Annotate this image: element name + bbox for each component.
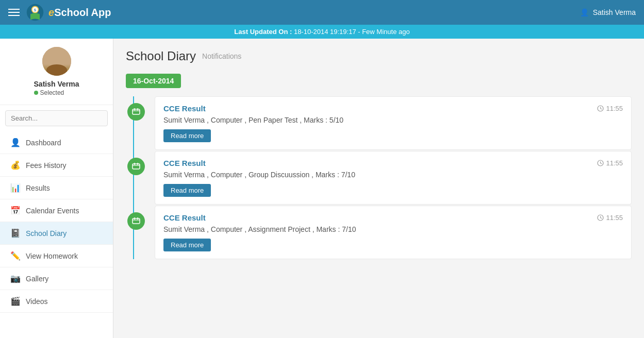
sidebar-item-label: Gallery	[26, 275, 48, 283]
status-dot-icon	[34, 91, 38, 95]
main-content: School Diary Notifications 16-Oct-2014 C…	[113, 39, 644, 338]
sidebar-item-label: Dashboard	[26, 139, 61, 147]
entry-header-2: CCE Result 11:55	[163, 159, 623, 167]
user-section: Satish Verma Selected	[0, 39, 113, 105]
user-icon: 👤	[580, 8, 589, 16]
school-diary-icon: 📓	[10, 228, 20, 238]
header-username: Satish Verma	[593, 8, 636, 16]
search-button[interactable]: 🔍	[103, 111, 108, 126]
calendar-events-icon: 📅	[10, 206, 20, 215]
timeline-item-2: CCE Result 11:55 Sumit Verma , Computer …	[155, 151, 632, 205]
logo-area: S eSchool App	[26, 3, 111, 22]
svg-line-24	[601, 218, 602, 219]
svg-rect-18	[133, 218, 140, 224]
page-header: School Diary Notifications	[126, 49, 632, 63]
svg-text:S: S	[34, 8, 37, 12]
sidebar-username: Satish Verma	[34, 80, 79, 88]
sidebar-item-gallery[interactable]: 📷 Gallery	[0, 267, 113, 290]
hamburger-menu[interactable]	[8, 9, 20, 16]
timeline-icon-2	[127, 158, 145, 175]
entry-time-1: 11:55	[597, 105, 623, 112]
timeline-item-3: CCE Result 11:55 Sumit Verma , Computer …	[155, 206, 632, 259]
entry-header-3: CCE Result 11:55	[163, 213, 623, 222]
user-info: Satish Verma Selected	[34, 80, 79, 96]
sidebar-item-fees-history[interactable]: 💰 Fees History	[0, 154, 113, 177]
sidebar-item-label: School Diary	[26, 229, 67, 238]
sidebar-item-label: Results	[26, 184, 50, 192]
sidebar: Satish Verma Selected 🔍 👤 Dashboard 💰 Fe…	[0, 39, 113, 338]
sidebar-item-dashboard[interactable]: 👤 Dashboard	[0, 131, 113, 154]
status-label: Selected	[40, 89, 64, 96]
dashboard-icon: 👤	[10, 138, 20, 147]
sidebar-item-label: View Homework	[26, 252, 78, 260]
svg-rect-11	[133, 164, 140, 169]
sidebar-item-school-diary[interactable]: 📓 School Diary	[0, 222, 113, 245]
entry-time-3: 11:55	[597, 214, 623, 222]
entry-time-2: 11:55	[597, 159, 623, 167]
app-title: eSchool App	[48, 7, 111, 19]
timeline-item-1: CCE Result 11:55 Sumit Verma , Computer …	[155, 96, 632, 150]
entry-header-1: CCE Result 11:55	[163, 104, 623, 113]
header-left: S eSchool App	[8, 3, 111, 22]
read-more-button-1[interactable]: Read more	[163, 129, 211, 142]
entry-title-3: CCE Result	[163, 213, 206, 222]
entry-description-3: Sumit Verma , Computer , Assignment Proj…	[163, 225, 623, 233]
entry-description-2: Sumit Verma , Computer , Group Discuussi…	[163, 171, 623, 179]
date-badge: 16-Oct-2014	[126, 74, 181, 88]
sidebar-nav: 👤 Dashboard 💰 Fees History 📊 Results 📅 C…	[0, 131, 113, 313]
sidebar-item-label: Fees History	[26, 161, 67, 170]
user-status: Selected	[34, 89, 79, 96]
sidebar-item-view-homework[interactable]: ✏️ View Homework	[0, 245, 113, 267]
page-title: School Diary	[126, 49, 196, 63]
timeline-icon-3	[127, 212, 145, 230]
sidebar-item-calendar-events[interactable]: 📅 Calendar Events	[0, 199, 113, 222]
videos-icon: 🎬	[10, 296, 20, 306]
svg-rect-4	[133, 109, 140, 114]
sidebar-item-videos[interactable]: 🎬 Videos	[0, 290, 113, 313]
view-homework-icon: ✏️	[10, 251, 20, 261]
app-header: S eSchool App 👤 Satish Verma	[0, 0, 644, 25]
svg-line-17	[601, 163, 602, 164]
update-bar: Last Updated On : 18-10-2014 19:19:17 - …	[0, 25, 644, 39]
fees-history-icon: 💰	[10, 160, 20, 170]
read-more-button-2[interactable]: Read more	[163, 184, 211, 197]
update-label: Last Updated On :	[234, 28, 292, 36]
search-box[interactable]: 🔍	[5, 110, 108, 126]
avatar	[42, 47, 71, 76]
sidebar-item-label: Calendar Events	[26, 207, 79, 215]
timeline-icon-1	[127, 103, 145, 121]
sidebar-item-label: Videos	[26, 297, 48, 306]
timeline: CCE Result 11:55 Sumit Verma , Computer …	[133, 96, 632, 259]
page-subtitle: Notifications	[202, 52, 241, 60]
read-more-button-3[interactable]: Read more	[163, 239, 211, 251]
update-datetime: 18-10-2014 19:19:17 - Few Minute ago	[294, 28, 410, 36]
search-input[interactable]	[6, 111, 103, 126]
entry-description-1: Sumit Verma , Computer , Pen Paper Test …	[163, 116, 623, 124]
header-user-area: 👤 Satish Verma	[580, 8, 636, 16]
entry-title-1: CCE Result	[163, 104, 206, 113]
gallery-icon: 📷	[10, 274, 20, 283]
svg-line-10	[601, 109, 602, 110]
results-icon: 📊	[10, 183, 20, 193]
sidebar-item-results[interactable]: 📊 Results	[0, 177, 113, 199]
entry-title-2: CCE Result	[163, 159, 206, 167]
app-logo-icon: S	[26, 3, 44, 22]
